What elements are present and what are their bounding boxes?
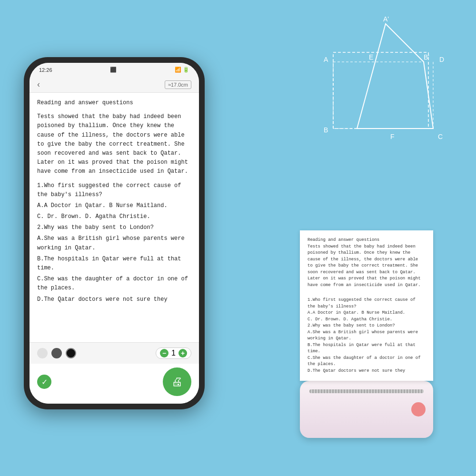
printer-power-button[interactable] bbox=[411, 402, 426, 416]
paper-q2: 2.Why was the baby sent to London? bbox=[307, 323, 426, 329]
question-2-option-b: B.The hospitals in Qatar were full at th… bbox=[37, 255, 191, 273]
question-2-option-d: D.The Qatar doctors were not sure they bbox=[37, 295, 191, 304]
question-2-option-a: A.She was a British girl whose parents w… bbox=[37, 234, 191, 252]
svg-rect-0 bbox=[333, 52, 428, 129]
print-button[interactable]: 🖨 bbox=[163, 367, 191, 396]
label-C: C bbox=[438, 133, 443, 140]
phone-body: 12:26 ⬛ 📶 🔋 ‹ ≈17.0cm Reading and answer… bbox=[24, 57, 205, 409]
label-A-prime: A' bbox=[383, 15, 389, 23]
size-increase-button[interactable]: + bbox=[178, 349, 187, 357]
printer-area: Reading and answer questions Tests showe… bbox=[286, 230, 447, 438]
signal-battery: 📶 🔋 bbox=[175, 67, 189, 73]
label-B: B bbox=[324, 126, 328, 134]
action-row: ✓ 🖨 bbox=[30, 364, 199, 404]
color-dot-dark[interactable] bbox=[51, 348, 62, 358]
reading-title: Reading and answer questions bbox=[37, 99, 191, 108]
geometry-diagram: A' A E B' D B F C bbox=[295, 14, 447, 148]
paper-q1: 1.Who first suggested the correct cause … bbox=[307, 297, 426, 310]
back-button[interactable]: ‹ bbox=[37, 79, 40, 89]
reading-body: Tests showed that the baby had indeed be… bbox=[37, 112, 191, 176]
label-F: F bbox=[390, 133, 395, 140]
question-1-option-b: C. Dr. Brown. D. Agatha Christie. bbox=[37, 212, 191, 221]
time-display: 12:26 bbox=[39, 67, 52, 73]
question-2-option-c: C.She was the daughter of a doctor in on… bbox=[37, 275, 191, 293]
paper-q2a: A.She was a British girl whose parents w… bbox=[307, 329, 426, 342]
label-D: D bbox=[439, 56, 444, 63]
question-1: 1.Who first suggested the correct cause … bbox=[37, 181, 191, 199]
printed-paper: Reading and answer questions Tests showe… bbox=[300, 230, 433, 381]
confirm-button[interactable]: ✓ bbox=[37, 375, 51, 389]
geometry-svg: A' A E B' D B F C bbox=[295, 14, 447, 148]
color-dot-black[interactable] bbox=[66, 348, 76, 358]
paper-body: Tests showed that the baby had indeed be… bbox=[307, 244, 426, 289]
paper-q1a: A.A Doctor in Qatar. B Nurse Maitland. bbox=[307, 310, 426, 317]
phone-content: Reading and answer questions Tests showe… bbox=[30, 93, 199, 342]
paper-q2c: C.She was the daughter of a doctor in on… bbox=[307, 355, 426, 368]
printer-body bbox=[300, 381, 433, 438]
paper-q2b: B.The hospitals in Qatar were full at th… bbox=[307, 342, 426, 355]
paper-q2d: D.The Qatar doctors were not sure they bbox=[307, 368, 426, 375]
phone: 12:26 ⬛ 📶 🔋 ‹ ≈17.0cm Reading and answer… bbox=[24, 57, 214, 419]
camera-notch: ⬛ bbox=[110, 67, 117, 73]
label-A: A bbox=[324, 56, 328, 63]
question-1-option-a: A.A Doctor in Qatar. B Nurse Maitland. bbox=[37, 201, 191, 210]
color-selector bbox=[37, 348, 76, 358]
printer-slot bbox=[309, 389, 424, 393]
size-decrease-button[interactable]: − bbox=[160, 349, 169, 357]
bottom-bar: − 1 + bbox=[30, 342, 199, 364]
paper-title: Reading and answer questions bbox=[307, 237, 426, 244]
label-E: E bbox=[369, 53, 373, 61]
phone-screen: 12:26 ⬛ 📶 🔋 ‹ ≈17.0cm Reading and answer… bbox=[30, 63, 199, 404]
svg-marker-1 bbox=[357, 24, 433, 129]
color-dot-white[interactable] bbox=[37, 348, 48, 358]
paper-q1b: C. Dr. Brown. D. Agatha Christie. bbox=[307, 317, 426, 323]
status-bar: 12:26 ⬛ 📶 🔋 bbox=[30, 63, 199, 77]
nav-bar: ‹ ≈17.0cm bbox=[30, 77, 199, 93]
size-control: − 1 + bbox=[156, 347, 191, 359]
question-2: 2.Why was the baby sent to London? bbox=[37, 223, 191, 232]
size-value: 1 bbox=[171, 349, 176, 357]
measure-label: ≈17.0cm bbox=[165, 80, 191, 89]
label-B-prime: B' bbox=[424, 53, 429, 61]
